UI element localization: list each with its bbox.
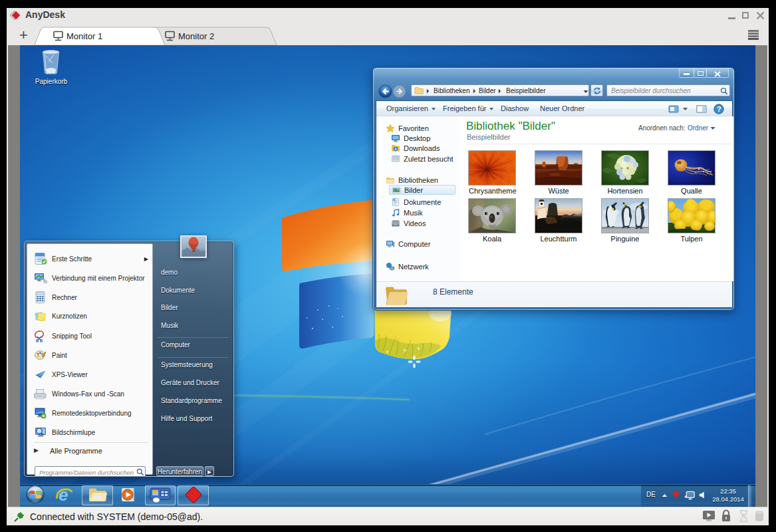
svg-text:Monitor 1: Monitor 1 (66, 31, 102, 41)
svg-text:Monitor 2: Monitor 2 (178, 31, 214, 41)
svg-text:?: ? (717, 105, 721, 113)
